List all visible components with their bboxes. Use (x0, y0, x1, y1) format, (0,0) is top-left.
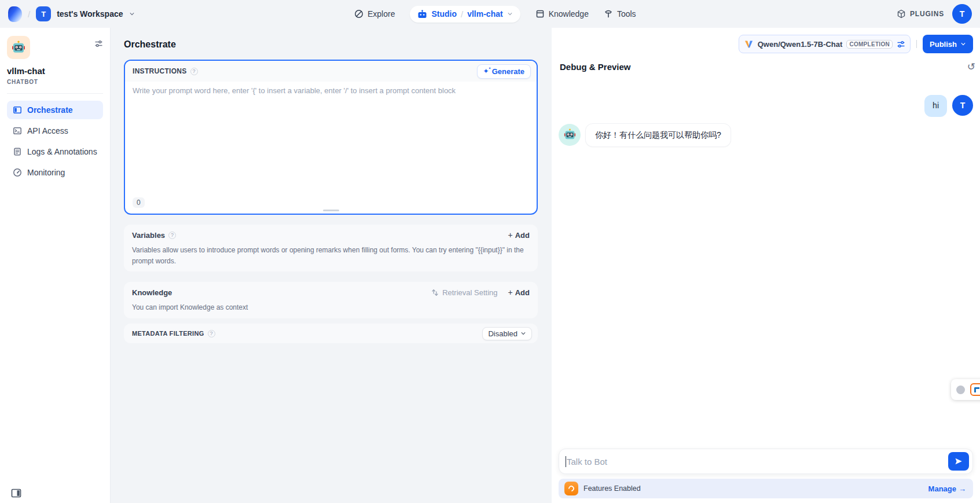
chat-message-assistant: 你好！有什么问题我可以帮助你吗? (559, 124, 973, 147)
sidebar-item-label: Orchestrate (27, 105, 73, 115)
plugins-label: PLUGINS (910, 10, 944, 18)
help-icon[interactable]: ? (168, 232, 176, 239)
help-icon[interactable]: ? (208, 330, 215, 337)
knowledge-section: Knowledge Retrieval Setting + Add You ca… (124, 282, 538, 318)
text-caret (566, 456, 566, 467)
breadcrumb-slash: / (28, 9, 30, 19)
app-icon[interactable] (7, 36, 30, 59)
add-variable-label: Add (515, 231, 530, 240)
floating-extension-widget[interactable] (951, 379, 980, 400)
explore-icon (354, 9, 364, 19)
help-icon[interactable]: ? (190, 68, 198, 75)
sidebar-item-orchestrate[interactable]: Orchestrate (7, 101, 103, 119)
tools-icon (604, 9, 613, 19)
variables-description: Variables allow users to introduce promp… (124, 240, 538, 267)
manage-features-link[interactable]: Manage → (928, 484, 966, 493)
app-settings-button[interactable] (94, 39, 103, 48)
char-count-badge: 0 (133, 197, 145, 208)
orchestrate-icon (13, 105, 22, 115)
workspace-name[interactable]: test's Workspace (57, 9, 123, 19)
sidebar-item-label: API Access (27, 126, 68, 135)
panel-collapse-icon (11, 489, 21, 498)
metadata-filtering-value: Disabled (488, 329, 517, 338)
model-config-sliders-icon[interactable] (897, 40, 905, 49)
metadata-filtering-title: METADATA FILTERING (132, 330, 204, 337)
plus-icon: + (508, 230, 513, 240)
extension-dot-icon[interactable] (956, 385, 965, 394)
model-selector[interactable]: Qwen/Qwen1.5-7B-Chat COMPLETION (739, 35, 911, 53)
model-mode-badge: COMPLETION (846, 40, 893, 49)
features-bar: Features Enabled Manage → (559, 479, 973, 498)
debug-preview-title: Debug & Preview (560, 62, 631, 72)
variables-title: Variables (132, 231, 165, 240)
nav-knowledge[interactable]: Knowledge (535, 9, 589, 19)
app-name: vllm-chat (7, 66, 103, 76)
knowledge-icon (535, 9, 545, 19)
pill-slash: / (461, 9, 463, 19)
add-knowledge-button[interactable]: + Add (508, 288, 530, 297)
extension-logo-icon[interactable] (970, 383, 980, 396)
nav-explore-label: Explore (368, 9, 395, 19)
monitoring-icon (13, 168, 22, 177)
app-type-label: CHATBOT (7, 79, 103, 85)
nav-studio-label: Studio (431, 9, 457, 19)
logs-icon (13, 147, 22, 156)
publish-button[interactable]: Publish (923, 35, 973, 53)
send-button[interactable] (948, 452, 969, 471)
features-icon (564, 482, 578, 495)
bot-avatar (559, 124, 581, 146)
retrieval-setting-label: Retrieval Setting (442, 288, 497, 297)
workspace-avatar[interactable]: T (36, 6, 51, 21)
send-icon (955, 457, 963, 465)
nav-tools[interactable]: Tools (604, 9, 636, 19)
chat-input[interactable] (567, 457, 948, 467)
instructions-title: INSTRUCTIONS (133, 67, 187, 75)
sidebar-item-logs[interactable]: Logs & Annotations (7, 142, 103, 161)
vllm-logo-icon (744, 40, 754, 49)
retrieval-setting-button[interactable]: Retrieval Setting (431, 288, 497, 297)
robot-emoji-icon (564, 128, 576, 141)
header-divider (916, 40, 917, 48)
collapse-sidebar-button[interactable] (11, 489, 21, 498)
publish-label: Publish (930, 40, 957, 49)
plugins-button[interactable]: PLUGINS (897, 9, 944, 19)
manage-label: Manage (928, 484, 956, 493)
nav-explore[interactable]: Explore (354, 9, 395, 19)
assistant-message-bubble: 你好！有什么问题我可以帮助你吗? (586, 124, 731, 147)
app-sidebar: vllm-chat CHATBOT Orchestrate API Access (0, 28, 111, 503)
robot-emoji-icon (12, 41, 25, 54)
restart-conversation-icon[interactable]: ↺ (967, 62, 975, 72)
add-variable-button[interactable]: + Add (508, 230, 530, 240)
generate-button[interactable]: ✦ Generate (477, 64, 531, 79)
prompt-input[interactable] (133, 86, 529, 193)
generate-label: Generate (492, 67, 524, 76)
chevron-down-icon[interactable] (507, 11, 513, 17)
knowledge-title: Knowledge (132, 288, 172, 297)
resize-handle[interactable] (323, 210, 339, 211)
retrieval-icon (431, 289, 439, 296)
sidebar-item-label: Logs & Annotations (27, 147, 97, 156)
instructions-panel: INSTRUCTIONS ? ✦ Generate 0 (124, 60, 538, 215)
sparkle-icon: ✦ (483, 67, 489, 75)
chevron-down-icon (520, 331, 526, 336)
nav-studio[interactable]: Studio / vllm-chat (410, 6, 520, 23)
page-title: Orchestrate (124, 39, 176, 50)
chat-input-box[interactable] (559, 449, 973, 474)
terminal-icon (13, 126, 22, 135)
robot-icon (417, 10, 427, 19)
nav-current-app: vllm-chat (467, 9, 502, 19)
user-chat-avatar: T (952, 95, 973, 116)
metadata-filtering-dropdown[interactable]: Disabled (482, 327, 532, 340)
variables-section: Variables ? + Add Variables allow users … (124, 225, 538, 271)
features-enabled-label: Features Enabled (583, 484, 641, 493)
sidebar-item-label: Monitoring (27, 168, 65, 177)
sidebar-item-monitoring[interactable]: Monitoring (7, 163, 103, 182)
sliders-icon (94, 39, 103, 48)
nav-knowledge-label: Knowledge (549, 9, 589, 19)
user-avatar[interactable]: T (952, 4, 972, 24)
dify-logo-icon[interactable] (8, 6, 22, 22)
arrow-right-icon: → (959, 484, 966, 493)
sidebar-item-api-access[interactable]: API Access (7, 122, 103, 140)
chevron-down-icon[interactable] (129, 11, 135, 17)
sidebar-divider (7, 93, 103, 94)
